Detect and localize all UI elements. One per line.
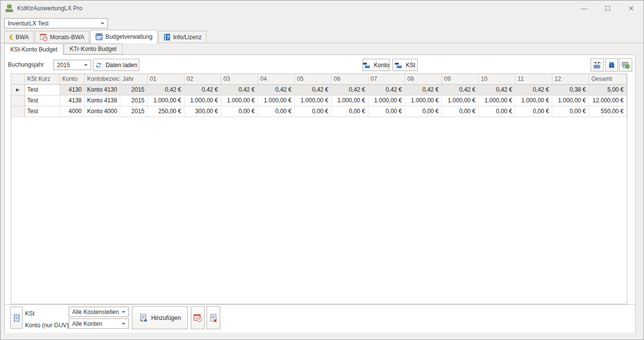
daten-laden-button[interactable]: Daten laden [93,59,139,71]
close-button[interactable]: × [619,0,643,16]
grid-cell-konto[interactable]: 4138 [59,95,84,106]
grid-cell-kontobezeichnung[interactable]: Konto 4130 [84,84,120,95]
grid-cell-jahr[interactable]: 2015 [120,106,147,117]
maximize-button[interactable] [596,0,619,16]
grid-cell-m08[interactable]: 0,42 € [405,84,441,95]
column-header-m12[interactable]: 12 [552,74,589,84]
grid-cell-m06[interactable]: 0,42 € [331,84,368,95]
grid-cell-kontobezeichnung[interactable]: Konto 4000 [84,106,120,117]
grid-cell-m05[interactable]: 1.000,00 € [294,95,331,106]
column-header-m09[interactable]: 09 [441,74,478,84]
grid-row[interactable]: ▶Test4130Konto 413020150,42 €0,42 €0,42 … [11,84,626,95]
grid-cell-m11[interactable]: 0,42 € [515,84,552,95]
grid-cell-m06[interactable]: 0,00 € [331,106,368,117]
minimize-button[interactable]: — [572,0,596,16]
grid-cell-m06[interactable]: 1.000,00 € [331,95,368,106]
grid-cell-gesamt[interactable]: 5,00 € [589,84,626,95]
konto-group-button[interactable]: Konto [362,59,390,71]
grid-cell-m03[interactable]: 0,42 € [221,84,258,95]
row-indicator-cell[interactable] [11,95,25,106]
subtab-ktr-konto-budget[interactable]: KTr-Konto Budget [64,44,123,54]
grid-cell-jahr[interactable]: 2015 [120,95,147,106]
grid-cell-m10[interactable]: 0,42 € [478,84,515,95]
grid-cell-jahr[interactable]: 2015 [120,84,147,95]
column-header-m03[interactable]: 03 [221,74,258,84]
grid-cell-m12[interactable]: 0,38 € [552,84,589,95]
grid-cell-m07[interactable]: 0,42 € [368,84,405,95]
grid-header-row: KSt KurzKontoKontobezeic...Jahr010203040… [11,74,626,84]
grid-row[interactable]: Test4000Konto 40002015250,00 €300,00 €0,… [11,106,626,117]
row-indicator-cell[interactable] [11,106,25,117]
column-header-m06[interactable]: 06 [331,74,368,84]
grid-cell-m01[interactable]: 250,00 € [147,106,184,117]
grid-cell-gesamt[interactable]: 550,00 € [589,106,626,117]
company-select[interactable]: InventurLX Test [4,18,108,28]
grid-cell-m04[interactable]: 1.000,00 € [258,95,294,106]
grid-cell-m09[interactable]: 0,42 € [441,84,478,95]
grid-cell-kst_kurz[interactable]: Test [25,95,59,106]
grid-cell-m02[interactable]: 300,00 € [184,106,221,117]
report-document-button[interactable] [10,307,23,329]
tab-bwa[interactable]: € BWA [4,31,34,43]
row-indicator-header[interactable] [11,74,25,84]
tab-budgetverwaltung[interactable]: Budgetverwaltung [90,30,157,43]
kostenstellen-select[interactable]: Alle Kostenstellen [69,307,129,317]
konten-select[interactable]: Alle Konten [69,318,129,329]
grid-cell-m01[interactable]: 0,42 € [147,84,184,95]
tab-info-lizenz[interactable]: ? Info/Lizenz [158,31,206,43]
grid-cell-m11[interactable]: 0,00 € [515,106,552,117]
grid-cell-m07[interactable]: 1.000,00 € [368,95,405,106]
grid-cell-m10[interactable]: 0,00 € [478,106,515,117]
grid-cell-m08[interactable]: 1.000,00 € [405,95,441,106]
column-header-konto[interactable]: Konto [59,74,84,84]
column-header-m08[interactable]: 08 [405,74,441,84]
grid-cell-m09[interactable]: 1.000,00 € [441,95,478,106]
column-header-jahr[interactable]: Jahr [120,74,147,84]
grid-cell-m04[interactable]: 0,00 € [258,106,294,117]
grid-cell-m02[interactable]: 1.000,00 € [184,95,221,106]
column-header-m07[interactable]: 07 [368,74,405,84]
column-header-kst_kurz[interactable]: KSt Kurz [25,74,59,84]
grid-cell-m03[interactable]: 1.000,00 € [221,95,258,106]
grid-cell-konto[interactable]: 4000 [59,106,84,117]
grid-cell-konto[interactable]: 4130 [59,84,84,95]
column-header-m05[interactable]: 05 [294,74,331,84]
print-preview-button[interactable]: ? [619,58,632,72]
grid-cell-m12[interactable]: 1.000,00 € [552,95,589,106]
column-header-kontobezeichnung[interactable]: Kontobezeic... [84,74,120,84]
delete-row-button[interactable] [206,306,220,329]
column-header-m04[interactable]: 04 [258,74,294,84]
buchungsjahr-select[interactable]: 2015 [53,60,91,70]
grid-cell-m07[interactable]: 0,00 € [368,106,405,117]
budget-calendar-button[interactable] [191,306,205,329]
grid-cell-kontobezeichnung[interactable]: Konto 4138 [84,95,120,106]
grid-cell-m02[interactable]: 0,42 € [184,84,221,95]
column-header-gesamt[interactable]: Gesamt [589,74,626,84]
grid-cell-m08[interactable]: 0,00 € [405,106,441,117]
grid-cell-m04[interactable]: 0,42 € [258,84,294,95]
grid-cell-m05[interactable]: 0,42 € [294,84,331,95]
subtab-kst-konto-budget[interactable]: KSt-Konto Budget [4,44,63,55]
column-header-m11[interactable]: 11 [515,74,552,84]
grid-cell-m05[interactable]: 0,00 € [294,106,331,117]
kst-group-button[interactable]: KSt [392,59,418,71]
tab-monats-bwa[interactable]: Monats-BWA [35,31,89,43]
binoculars-icon [608,61,616,69]
column-header-m02[interactable]: 02 [184,74,221,84]
grid-cell-m03[interactable]: 0,00 € [221,106,258,117]
search-button[interactable] [605,58,618,72]
grid-cell-m09[interactable]: 0,00 € [441,106,478,117]
column-header-m10[interactable]: 10 [478,74,515,84]
best-fit-columns-button[interactable] [591,58,604,72]
grid-cell-m10[interactable]: 1.000,00 € [478,95,515,106]
grid-cell-m12[interactable]: 0,00 € [552,106,589,117]
grid-cell-gesamt[interactable]: 12.000,00 € [589,95,626,106]
column-header-m01[interactable]: 01 [147,74,184,84]
row-indicator-cell[interactable]: ▶ [11,84,25,95]
grid-cell-m11[interactable]: 1.000,00 € [515,95,552,106]
hinzufuegen-button[interactable]: Hinzufügen [132,306,188,329]
grid-cell-kst_kurz[interactable]: Test [25,84,59,95]
grid-cell-m01[interactable]: 1.000,00 € [147,95,184,106]
grid-cell-kst_kurz[interactable]: Test [25,106,59,117]
grid-row[interactable]: Test4138Konto 413820151.000,00 €1.000,00… [11,95,626,106]
